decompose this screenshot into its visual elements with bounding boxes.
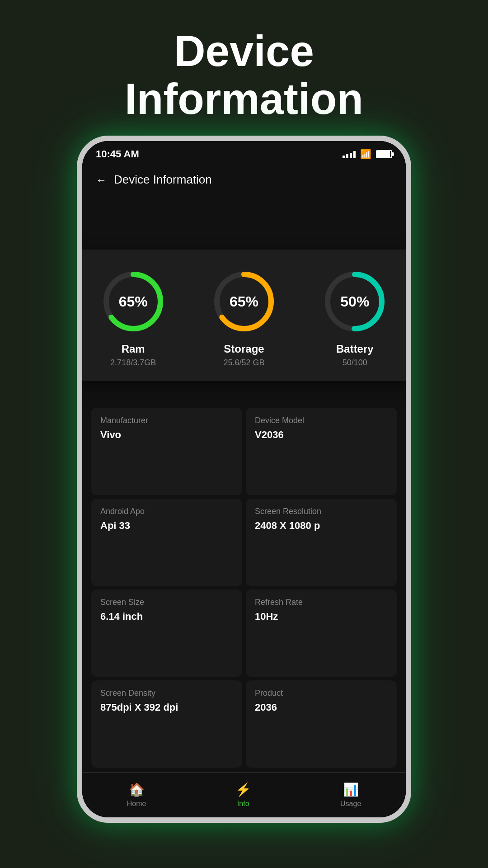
info-card-label-3: Screen Resolution	[255, 507, 388, 516]
nav-home[interactable]: 🏠 Home	[127, 782, 146, 808]
stats-card: 65% Ram 2.718/3.7GB 65%	[82, 250, 406, 381]
battery-percent: 50%	[340, 293, 369, 310]
info-card-label-5: Refresh Rate	[255, 598, 388, 607]
home-icon: 🏠	[129, 782, 145, 797]
status-icons: 📶	[343, 149, 392, 160]
info-card-1: Device ModelV2036	[246, 408, 397, 495]
header-title: Device Information	[114, 173, 212, 187]
nav-home-label: Home	[127, 800, 146, 808]
storage-percent: 65%	[230, 293, 258, 310]
nav-info-label: Info	[237, 800, 249, 808]
ram-stat: 65% Ram 2.718/3.7GB	[99, 268, 167, 368]
phone-frame: 10:45 AM 📶 ← Device Info	[77, 136, 411, 823]
phone-mockup: 10:45 AM 📶 ← Device Info	[77, 136, 411, 823]
info-card-value-2: Api 33	[100, 520, 233, 532]
phone-screen: 10:45 AM 📶 ← Device Info	[82, 141, 406, 817]
info-card-label-2: Android Apo	[100, 507, 233, 516]
info-card-5: Refresh Rate10Hz	[246, 590, 397, 677]
info-card-label-6: Screen Density	[100, 689, 233, 698]
ram-percent: 65%	[119, 293, 148, 310]
ram-label: Ram	[122, 343, 145, 355]
info-card-value-4: 6.14 inch	[100, 611, 233, 623]
info-card-3: Screen Resolution2408 X 1080 p	[246, 499, 397, 586]
battery-detail: 50/100	[343, 358, 367, 368]
usage-icon: 📊	[343, 782, 359, 797]
info-card-value-7: 2036	[255, 702, 388, 713]
bottom-nav: 🏠 Home ⚡ Info 📊 Usage	[82, 772, 406, 817]
storage-detail: 25.6/52 GB	[223, 358, 264, 368]
info-card-value-5: 10Hz	[255, 611, 388, 623]
info-icon: ⚡	[235, 782, 251, 797]
info-grid: ManufacturerVivoDevice ModelV2036Android…	[82, 399, 406, 772]
info-card-0: ManufacturerVivo	[91, 408, 242, 495]
battery-label: Battery	[336, 343, 374, 355]
clock: 10:45 AM	[96, 148, 139, 160]
battery-stat: 50% Battery 50/100	[321, 268, 389, 368]
info-card-7: Product2036	[246, 680, 397, 768]
info-card-label-0: Manufacturer	[100, 416, 233, 425]
info-card-label-7: Product	[255, 689, 388, 698]
info-card-4: Screen Size6.14 inch	[91, 590, 242, 677]
app-header: ← Device Information	[82, 164, 406, 196]
info-card-label-4: Screen Size	[100, 598, 233, 607]
info-card-value-0: Vivo	[100, 429, 233, 441]
back-button[interactable]: ←	[96, 174, 107, 186]
battery-icon	[376, 150, 392, 158]
info-card-2: Android ApoApi 33	[91, 499, 242, 586]
signal-icon	[343, 150, 356, 158]
wifi-icon: 📶	[360, 149, 371, 160]
info-card-6: Screen Density875dpi X 392 dpi	[91, 680, 242, 768]
info-card-label-1: Device Model	[255, 416, 388, 425]
storage-stat: 65% Storage 25.6/52 GB	[210, 268, 278, 368]
status-bar: 10:45 AM 📶	[82, 141, 406, 164]
battery-circle: 50%	[321, 268, 389, 335]
page-title: Device Information	[0, 0, 488, 141]
ram-detail: 2.718/3.7GB	[110, 358, 156, 368]
nav-info[interactable]: ⚡ Info	[235, 782, 251, 808]
nav-usage[interactable]: 📊 Usage	[340, 782, 361, 808]
info-card-value-1: V2036	[255, 429, 388, 441]
ram-circle: 65%	[99, 268, 167, 335]
storage-circle: 65%	[210, 268, 278, 335]
info-card-value-6: 875dpi X 392 dpi	[100, 702, 233, 713]
storage-label: Storage	[224, 343, 264, 355]
nav-usage-label: Usage	[340, 800, 361, 808]
info-card-value-3: 2408 X 1080 p	[255, 520, 388, 532]
